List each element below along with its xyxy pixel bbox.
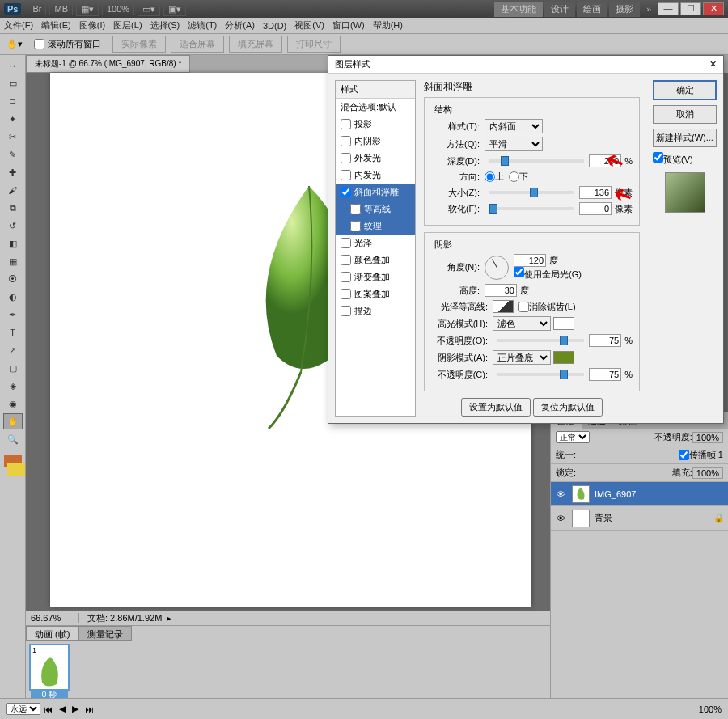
soften-slider[interactable]: [489, 207, 574, 210]
type-tool-icon[interactable]: T: [3, 324, 23, 340]
menu-view[interactable]: 视图(V): [294, 19, 324, 32]
menu-layer[interactable]: 图层(L): [113, 19, 142, 32]
3d-camera-icon[interactable]: ◉: [3, 395, 23, 412]
print-size-button[interactable]: 打印尺寸: [287, 36, 341, 53]
crop-tool-icon[interactable]: ✂: [3, 129, 23, 145]
close-button[interactable]: ✕: [703, 2, 724, 15]
blend-options[interactable]: 混合选项:默认: [336, 99, 415, 116]
workspace-design[interactable]: 设计: [544, 2, 575, 17]
menu-window[interactable]: 窗口(W): [332, 19, 365, 32]
preview-checkbox[interactable]: [653, 152, 663, 163]
technique-select[interactable]: 平滑: [485, 137, 543, 151]
hand-tool-icon[interactable]: ✋▾: [6, 39, 23, 49]
cancel-button[interactable]: 取消: [653, 105, 717, 124]
stamp-tool-icon[interactable]: ⧉: [3, 200, 23, 216]
next-icon[interactable]: ⏭: [85, 704, 94, 714]
visibility-icon[interactable]: 👁: [554, 489, 567, 499]
bridge-icon[interactable]: Br: [28, 2, 46, 15]
bevel-style-select[interactable]: 内斜面: [485, 119, 543, 133]
layer-row-1[interactable]: 👁 IMG_6907: [551, 482, 728, 506]
dir-down-radio[interactable]: [509, 171, 519, 182]
arrange-icon[interactable]: ▭▾: [138, 2, 160, 16]
dialog-close-icon[interactable]: ✕: [709, 59, 717, 70]
status-arrow-icon[interactable]: ▸: [167, 613, 171, 624]
visibility-icon[interactable]: 👁: [554, 514, 567, 523]
menu-3d[interactable]: 3D(D): [263, 21, 286, 31]
viewmode-icon[interactable]: ▦▾: [76, 2, 99, 16]
scroll-all-checkbox[interactable]: [34, 39, 44, 49]
highlight-color[interactable]: [553, 317, 574, 330]
altitude-input[interactable]: [485, 284, 517, 297]
size-input[interactable]: [579, 186, 612, 199]
footer-zoom[interactable]: 100%: [699, 704, 722, 714]
menu-filter[interactable]: 滤镜(T): [188, 19, 217, 32]
menu-select[interactable]: 选择(S): [150, 19, 180, 32]
blur-tool-icon[interactable]: ⦿: [3, 271, 23, 287]
play-icon[interactable]: ▶: [72, 704, 78, 714]
more-icon[interactable]: »: [646, 4, 651, 14]
menu-edit[interactable]: 编辑(E): [41, 19, 71, 32]
antialias-checkbox[interactable]: [518, 302, 529, 312]
minimize-button[interactable]: —: [658, 2, 679, 15]
animation-tab[interactable]: 动画 (帧): [26, 626, 78, 641]
angle-dial[interactable]: [485, 256, 509, 280]
menu-help[interactable]: 帮助(H): [373, 19, 403, 32]
workspace-painting[interactable]: 绘画: [577, 2, 607, 17]
eraser-tool-icon[interactable]: ◧: [3, 235, 23, 252]
make-default-button[interactable]: 设置为默认值: [461, 398, 531, 417]
shadow-opacity-input[interactable]: [589, 368, 621, 381]
fit-screen-button[interactable]: 适合屏幕: [171, 36, 224, 53]
animation-frame[interactable]: 1 0 秒: [29, 644, 70, 691]
minibridge-icon[interactable]: MB: [49, 2, 73, 15]
highlight-opacity-slider[interactable]: [497, 339, 584, 342]
background-swatch[interactable]: [7, 463, 25, 476]
pen-tool-icon[interactable]: ✒: [3, 307, 23, 323]
gradient-tool-icon[interactable]: ▦: [3, 253, 23, 269]
depth-slider[interactable]: [489, 159, 584, 163]
status-zoom[interactable]: 66.67%: [31, 613, 79, 623]
workspace-photo[interactable]: 摄影: [609, 2, 640, 17]
rewind-icon[interactable]: ⏮: [44, 704, 53, 714]
history-brush-icon[interactable]: ↺: [3, 218, 23, 234]
gloss-contour[interactable]: [493, 300, 514, 313]
wand-tool-icon[interactable]: ✦: [3, 111, 23, 127]
shadow-mode-select[interactable]: 正片叠底: [493, 350, 551, 365]
actual-pixels-button[interactable]: 实际像素: [112, 36, 166, 53]
dodge-tool-icon[interactable]: ◐: [3, 289, 23, 305]
hand-tool-icon[interactable]: ✋: [3, 413, 23, 429]
reset-default-button[interactable]: 复位为默认值: [533, 398, 603, 417]
propagate-checkbox[interactable]: [679, 450, 689, 460]
maximize-button[interactable]: ☐: [680, 2, 701, 15]
layer-row-2[interactable]: 👁 背景 🔒: [551, 506, 728, 531]
marquee-tool-icon[interactable]: ▭: [3, 75, 23, 91]
size-slider[interactable]: [489, 191, 574, 194]
screen-icon[interactable]: ▣▾: [163, 2, 186, 16]
global-light-checkbox[interactable]: [514, 267, 524, 277]
blend-mode-select[interactable]: 正常: [556, 431, 590, 443]
highlight-mode-select[interactable]: 滤色: [493, 316, 551, 331]
zoom-level[interactable]: 100%: [102, 2, 134, 15]
brush-tool-icon[interactable]: 🖌: [3, 182, 23, 198]
soften-input[interactable]: [579, 202, 612, 215]
path-tool-icon[interactable]: ↗: [3, 342, 23, 358]
3d-tool-icon[interactable]: ◈: [3, 378, 23, 394]
menu-image[interactable]: 图像(I): [79, 19, 105, 32]
angle-input[interactable]: [514, 254, 546, 267]
shadow-opacity-slider[interactable]: [497, 373, 584, 376]
new-style-button[interactable]: 新建样式(W)...: [653, 129, 717, 147]
lasso-tool-icon[interactable]: ⊃: [3, 93, 23, 109]
shadow-color[interactable]: [553, 351, 574, 364]
fill-value[interactable]: 100%: [692, 467, 723, 479]
highlight-opacity-input[interactable]: [589, 334, 621, 347]
document-tab[interactable]: 未标题-1 @ 66.7% (IMG_6907, RGB/8) *: [26, 55, 190, 73]
prev-icon[interactable]: ◀: [59, 704, 66, 714]
move-tool-icon[interactable]: ↔: [3, 57, 23, 74]
dir-up-radio[interactable]: [485, 171, 495, 182]
heal-tool-icon[interactable]: ✚: [3, 164, 23, 180]
loop-select[interactable]: 永远: [6, 703, 40, 715]
style-header[interactable]: 样式: [336, 81, 415, 99]
fill-screen-button[interactable]: 填充屏幕: [229, 36, 282, 53]
opacity-value[interactable]: 100%: [692, 432, 723, 443]
ok-button[interactable]: 确定: [653, 80, 717, 100]
menu-analysis[interactable]: 分析(A): [225, 19, 255, 32]
